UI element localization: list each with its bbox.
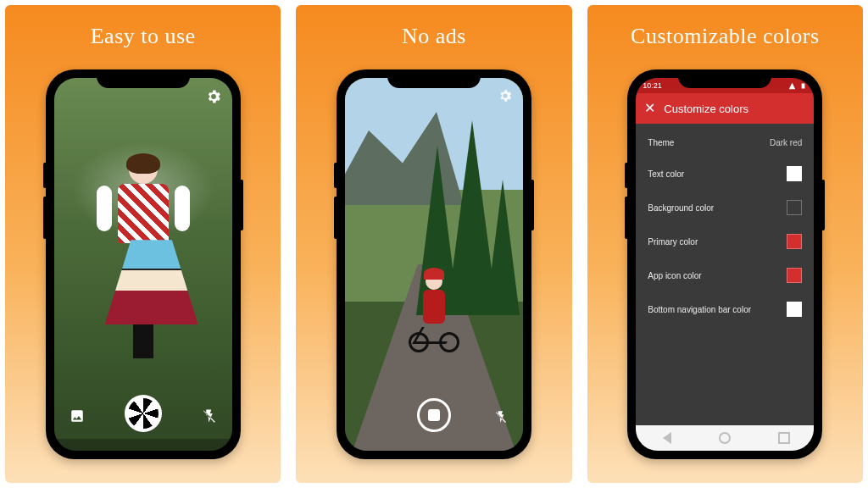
status-system-icons <box>788 82 807 90</box>
status-time: 10:21 <box>643 81 662 90</box>
color-swatch[interactable] <box>787 166 802 181</box>
settings-icon[interactable] <box>498 88 513 103</box>
color-swatch[interactable] <box>787 200 802 215</box>
setting-row-app-icon-color[interactable]: App icon color <box>636 258 814 292</box>
status-bar: 10:21 <box>636 78 814 93</box>
back-icon[interactable] <box>659 432 671 444</box>
phone-mockup <box>337 69 531 459</box>
setting-label: App icon color <box>648 271 701 280</box>
subject-cyclist <box>409 273 459 374</box>
setting-row-nav-bar-color[interactable]: Bottom navigation bar color <box>636 292 814 326</box>
phone-screen <box>54 78 232 451</box>
color-swatch[interactable] <box>787 268 802 283</box>
video-viewfinder <box>345 78 523 451</box>
setting-label: Theme <box>648 138 674 147</box>
gallery-icon[interactable] <box>70 408 85 424</box>
android-nav-bar <box>54 439 232 451</box>
promo-panel-2: No ads <box>296 5 571 483</box>
customize-colors-screen: 10:21 ✕ Customize colors Theme Dark <box>636 78 814 451</box>
color-swatch[interactable] <box>787 234 802 249</box>
settings-icon[interactable] <box>205 88 222 105</box>
phone-mockup: 10:21 ✕ Customize colors Theme Dark <box>627 69 822 459</box>
settings-list: Theme Dark red Text color Background col… <box>636 124 814 425</box>
promo-panel-1: Easy to use <box>5 5 281 483</box>
app-bar: ✕ Customize colors <box>636 93 814 124</box>
setting-label: Background color <box>648 203 714 213</box>
setting-label: Text color <box>648 169 684 179</box>
promo-panel-3: Customizable colors 10:21 ✕ Customize co… <box>587 5 863 483</box>
app-bar-title: Customize colors <box>664 103 748 115</box>
panel-title: Customizable colors <box>631 24 820 49</box>
record-stop-button[interactable] <box>417 398 451 432</box>
phone-screen: 10:21 ✕ Customize colors Theme Dark <box>636 78 814 451</box>
setting-value: Dark red <box>770 138 802 147</box>
setting-label: Primary color <box>648 237 698 247</box>
close-icon[interactable]: ✕ <box>644 102 655 115</box>
recents-icon[interactable] <box>778 432 790 444</box>
panel-title: Easy to use <box>91 24 196 49</box>
phone-screen <box>345 78 523 451</box>
screenshot-canvas: Easy to use <box>0 0 868 488</box>
camera-viewfinder <box>54 78 232 451</box>
setting-row-primary-color[interactable]: Primary color <box>636 225 814 258</box>
setting-row-theme[interactable]: Theme Dark red <box>636 129 814 157</box>
panel-title: No ads <box>402 24 466 49</box>
flash-off-icon[interactable] <box>202 408 217 424</box>
setting-label: Bottom navigation bar color <box>648 305 751 314</box>
setting-row-background-color[interactable]: Background color <box>636 191 814 225</box>
home-icon[interactable] <box>719 432 731 444</box>
flash-off-icon[interactable] <box>494 410 508 424</box>
phone-mockup <box>46 69 241 459</box>
shutter-button[interactable] <box>125 395 162 432</box>
color-swatch[interactable] <box>787 302 802 317</box>
setting-row-text-color[interactable]: Text color <box>636 157 814 191</box>
android-nav-bar <box>636 425 814 451</box>
